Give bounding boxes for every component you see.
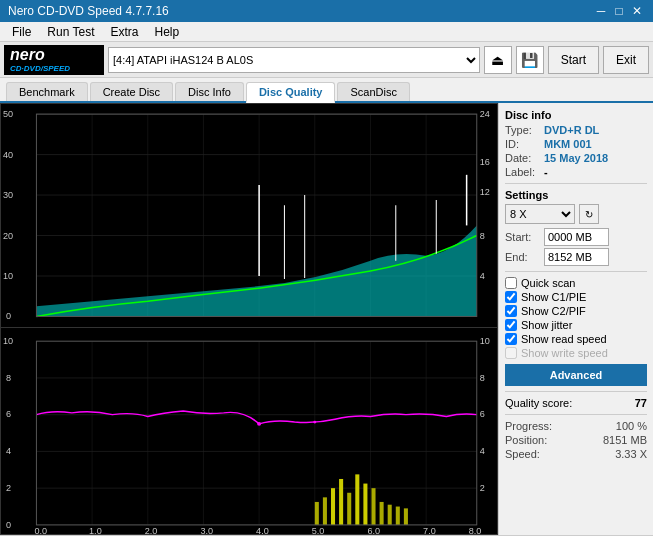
svg-rect-53 (388, 505, 392, 525)
quick-scan-label: Quick scan (521, 277, 575, 289)
progress-label: Progress: (505, 420, 552, 432)
svg-rect-78 (36, 341, 476, 525)
disc-date-row: Date: 15 May 2018 (505, 152, 647, 164)
read-speed-label: Show read speed (521, 333, 607, 345)
date-label: Date: (505, 152, 540, 164)
speed-value: 3.33 X (615, 448, 647, 460)
write-speed-label: Show write speed (521, 347, 608, 359)
refresh-button[interactable]: ↻ (579, 204, 599, 224)
title-bar-controls: ─ □ ✕ (593, 3, 645, 19)
svg-text:50: 50 (3, 109, 13, 119)
tab-disc-quality[interactable]: Disc Quality (246, 82, 336, 103)
disc-label-row: Label: - (505, 166, 647, 178)
drive-select[interactable]: [4:4] ATAPI iHAS124 B AL0S (108, 47, 480, 73)
eject-button[interactable]: ⏏ (484, 46, 512, 74)
svg-rect-52 (380, 502, 384, 525)
svg-rect-47 (339, 479, 343, 525)
write-speed-row: Show write speed (505, 347, 647, 359)
c2pif-label: Show C2/PIF (521, 305, 586, 317)
svg-text:2: 2 (6, 483, 11, 493)
type-label: Type: (505, 124, 540, 136)
tab-scan-disc[interactable]: ScanDisc (337, 82, 409, 101)
save-button[interactable]: 💾 (516, 46, 544, 74)
svg-text:2.0: 2.0 (145, 526, 158, 534)
position-row: Position: 8151 MB (505, 434, 647, 446)
svg-text:4: 4 (480, 446, 485, 456)
svg-text:16: 16 (480, 157, 490, 167)
write-speed-checkbox[interactable] (505, 347, 517, 359)
jitter-checkbox[interactable] (505, 319, 517, 331)
quality-score-row: Quality score: 77 (505, 397, 647, 409)
svg-text:0: 0 (6, 520, 11, 530)
speed-label: Speed: (505, 448, 540, 460)
start-row: Start: (505, 228, 647, 246)
svg-text:1.0: 1.0 (89, 526, 102, 534)
svg-text:8.0: 8.0 (469, 526, 482, 534)
c1pie-label: Show C1/PIE (521, 291, 586, 303)
svg-text:0.0: 0.0 (34, 526, 47, 534)
title-bar: Nero CD-DVD Speed 4.7.7.16 ─ □ ✕ (0, 0, 653, 22)
read-speed-row: Show read speed (505, 333, 647, 345)
svg-text:0: 0 (6, 312, 11, 322)
right-panel: Disc info Type: DVD+R DL ID: MKM 001 Dat… (498, 103, 653, 535)
minimize-button[interactable]: ─ (593, 3, 609, 19)
svg-rect-44 (315, 502, 319, 525)
c2pif-checkbox[interactable] (505, 305, 517, 317)
svg-text:30: 30 (3, 190, 13, 200)
jitter-label: Show jitter (521, 319, 572, 331)
speed-select[interactable]: 8 X (505, 204, 575, 224)
top-chart: 50 40 30 20 10 0 24 16 12 8 4 (1, 104, 497, 328)
divider3 (505, 391, 647, 392)
svg-text:6: 6 (480, 410, 485, 420)
c2pif-row: Show C2/PIF (505, 305, 647, 317)
disc-label-value: - (544, 166, 548, 178)
toolbar: nero CD·DVD/SPEED [4:4] ATAPI iHAS124 B … (0, 42, 653, 78)
start-input[interactable] (544, 228, 609, 246)
svg-rect-45 (323, 497, 327, 525)
menu-extra[interactable]: Extra (102, 23, 146, 41)
end-label: End: (505, 251, 540, 263)
maximize-button[interactable]: □ (611, 3, 627, 19)
menu-help[interactable]: Help (147, 23, 188, 41)
svg-text:3.0: 3.0 (200, 526, 213, 534)
start-label: Start: (505, 231, 540, 243)
progress-row: Progress: 100 % (505, 420, 647, 432)
id-label: ID: (505, 138, 540, 150)
svg-rect-51 (371, 488, 375, 525)
divider1 (505, 183, 647, 184)
nero-logo: nero CD·DVD/SPEED (4, 45, 104, 75)
tab-benchmark[interactable]: Benchmark (6, 82, 88, 101)
svg-text:10: 10 (3, 336, 13, 346)
position-label: Position: (505, 434, 547, 446)
tab-create-disc[interactable]: Create Disc (90, 82, 173, 101)
menu-file[interactable]: File (4, 23, 39, 41)
title-bar-left: Nero CD-DVD Speed 4.7.7.16 (8, 4, 169, 18)
advanced-button[interactable]: Advanced (505, 364, 647, 386)
svg-text:4.0: 4.0 (256, 526, 269, 534)
read-speed-checkbox[interactable] (505, 333, 517, 345)
end-input[interactable] (544, 248, 609, 266)
menu-run-test[interactable]: Run Test (39, 23, 102, 41)
svg-text:7.0: 7.0 (423, 526, 436, 534)
app-title: Nero CD-DVD Speed 4.7.7.16 (8, 4, 169, 18)
c1pie-row: Show C1/PIE (505, 291, 647, 303)
divider2 (505, 271, 647, 272)
logo-sub: CD·DVD/SPEED (10, 64, 70, 73)
close-button[interactable]: ✕ (629, 3, 645, 19)
svg-text:24: 24 (480, 109, 490, 119)
svg-text:5.0: 5.0 (312, 526, 325, 534)
quality-score-label: Quality score: (505, 397, 572, 409)
speed-row: 8 X ↻ (505, 204, 647, 224)
tab-disc-info[interactable]: Disc Info (175, 82, 244, 101)
svg-rect-49 (355, 474, 359, 525)
jitter-row: Show jitter (505, 319, 647, 331)
start-button[interactable]: Start (548, 46, 599, 74)
settings-title: Settings (505, 189, 647, 201)
exit-button[interactable]: Exit (603, 46, 649, 74)
date-value: 15 May 2018 (544, 152, 608, 164)
type-value: DVD+R DL (544, 124, 599, 136)
divider4 (505, 414, 647, 415)
quick-scan-checkbox[interactable] (505, 277, 517, 289)
svg-text:4: 4 (480, 271, 485, 281)
c1pie-checkbox[interactable] (505, 291, 517, 303)
